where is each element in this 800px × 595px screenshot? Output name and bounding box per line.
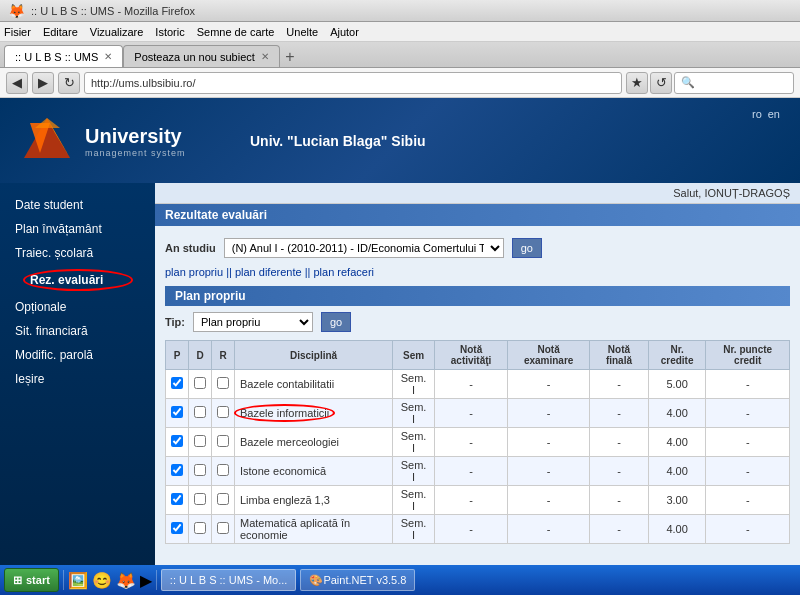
start-button[interactable]: ⊞ start bbox=[4, 568, 59, 592]
taskbar-task-ums[interactable]: :: U L B S :: UMS - Mo... bbox=[161, 569, 297, 591]
taskbar-icon-1[interactable]: 🖼️ bbox=[68, 571, 88, 590]
table-cell[interactable] bbox=[189, 457, 212, 486]
table-cell: - bbox=[706, 486, 790, 515]
logo-university: University bbox=[85, 124, 186, 148]
taskbar-icon-3[interactable]: 🦊 bbox=[116, 571, 136, 590]
tab-new-button[interactable]: + bbox=[280, 47, 300, 67]
back-button[interactable]: ◀ bbox=[6, 72, 28, 94]
menu-ajutor[interactable]: Ajutor bbox=[330, 26, 359, 38]
table-cell[interactable] bbox=[212, 399, 235, 428]
table-cell[interactable] bbox=[212, 428, 235, 457]
table-checkbox[interactable] bbox=[217, 464, 229, 476]
col-puncte: Nr. puncte credit bbox=[706, 341, 790, 370]
menu-vizualizare[interactable]: Vizualizare bbox=[90, 26, 144, 38]
tip-go-button[interactable]: go bbox=[321, 312, 351, 332]
tab-forum-close[interactable]: ✕ bbox=[261, 51, 269, 62]
table-cell: - bbox=[508, 399, 590, 428]
table-cell[interactable] bbox=[189, 370, 212, 399]
plan-propriu-link[interactable]: plan propriu bbox=[165, 266, 223, 278]
table-cell[interactable] bbox=[212, 515, 235, 544]
sidebar-item-traiec[interactable]: Traiec. școlară bbox=[0, 241, 155, 265]
reload-button[interactable]: ↻ bbox=[58, 72, 80, 94]
menu-unelte[interactable]: Unelte bbox=[286, 26, 318, 38]
table-cell: - bbox=[590, 457, 649, 486]
section-header: Rezultate evaluări bbox=[155, 204, 800, 226]
sidebar-item-modific-parola[interactable]: Modific. parolă bbox=[0, 343, 155, 367]
table-checkbox[interactable] bbox=[217, 493, 229, 505]
table-checkbox[interactable] bbox=[171, 377, 183, 389]
sidebar-item-optionale[interactable]: Opționale bbox=[0, 295, 155, 319]
lang-ro[interactable]: ro bbox=[752, 108, 762, 120]
table-cell[interactable] bbox=[189, 486, 212, 515]
taskbar-icon-2[interactable]: 😊 bbox=[92, 571, 112, 590]
taskbar-icons: 🖼️ 😊 🦊 ▶ bbox=[68, 571, 152, 590]
table-cell[interactable] bbox=[189, 399, 212, 428]
menu-editare[interactable]: Editare bbox=[43, 26, 78, 38]
table-cell[interactable] bbox=[212, 486, 235, 515]
table-checkbox[interactable] bbox=[194, 493, 206, 505]
table-cell[interactable] bbox=[166, 399, 189, 428]
refresh-btn[interactable]: ↺ bbox=[650, 72, 672, 94]
table-checkbox[interactable] bbox=[194, 522, 206, 534]
table-cell[interactable] bbox=[166, 486, 189, 515]
plan-refaceri-link[interactable]: plan refaceri bbox=[313, 266, 374, 278]
table-checkbox[interactable] bbox=[217, 435, 229, 447]
section-title: Rezultate evaluări bbox=[165, 208, 267, 222]
table-cell: 4.00 bbox=[648, 515, 706, 544]
table-checkbox[interactable] bbox=[217, 406, 229, 418]
sidebar-item-iesire[interactable]: Ieșire bbox=[0, 367, 155, 391]
forward-button[interactable]: ▶ bbox=[32, 72, 54, 94]
table-cell[interactable] bbox=[166, 428, 189, 457]
bookmark-star[interactable]: ★ bbox=[626, 72, 648, 94]
filter-select[interactable]: (N) Anul I - (2010-2011) - ID/Economia C… bbox=[224, 238, 504, 258]
table-cell: - bbox=[508, 370, 590, 399]
table-cell[interactable] bbox=[166, 515, 189, 544]
taskbar-icon-4[interactable]: ▶ bbox=[140, 571, 152, 590]
menu-istoric[interactable]: Istoric bbox=[155, 26, 184, 38]
table-cell: - bbox=[508, 457, 590, 486]
tip-select[interactable]: Plan propriu bbox=[193, 312, 313, 332]
table-cell: - bbox=[435, 486, 508, 515]
sidebar-item-sit-financiara[interactable]: Sit. financiară bbox=[0, 319, 155, 343]
browser-tabs: :: U L B S :: UMS ✕ Posteaza un nou subi… bbox=[0, 42, 800, 68]
sidebar-item-date-student[interactable]: Date student bbox=[0, 193, 155, 217]
table-checkbox[interactable] bbox=[171, 435, 183, 447]
sidebar-item-plan-invatamant[interactable]: Plan învățamânt bbox=[0, 217, 155, 241]
table-checkbox[interactable] bbox=[194, 435, 206, 447]
menu-fisier[interactable]: Fisier bbox=[4, 26, 31, 38]
taskbar-task-paint[interactable]: 🎨 Paint.NET v3.5.8 bbox=[300, 569, 415, 591]
table-cell[interactable] bbox=[166, 457, 189, 486]
address-bar[interactable]: http://ums.ulbsibiu.ro/ bbox=[84, 72, 622, 94]
table-checkbox[interactable] bbox=[194, 406, 206, 418]
table-checkbox[interactable] bbox=[171, 493, 183, 505]
table-cell: Limba engleză 1,3 bbox=[235, 486, 393, 515]
table-checkbox[interactable] bbox=[194, 377, 206, 389]
filter-row: An studiu (N) Anul I - (2010-2011) - ID/… bbox=[165, 238, 790, 258]
col-sem: Sem bbox=[393, 341, 435, 370]
table-cell[interactable] bbox=[189, 428, 212, 457]
table-cell[interactable] bbox=[212, 370, 235, 399]
table-checkbox[interactable] bbox=[171, 464, 183, 476]
search-bar[interactable]: 🔍 bbox=[674, 72, 794, 94]
menu-semne[interactable]: Semne de carte bbox=[197, 26, 275, 38]
table-cell: 4.00 bbox=[648, 428, 706, 457]
table-cell[interactable] bbox=[212, 457, 235, 486]
start-label: start bbox=[26, 574, 50, 586]
sidebar-item-rez-evaluari[interactable]: Rez. evaluări bbox=[15, 268, 140, 292]
table-checkbox[interactable] bbox=[194, 464, 206, 476]
taskbar-task-ums-label: :: U L B S :: UMS - Mo... bbox=[170, 574, 288, 586]
tab-forum[interactable]: Posteaza un nou subiect ✕ bbox=[123, 45, 279, 67]
table-checkbox[interactable] bbox=[217, 522, 229, 534]
filter-go-button[interactable]: go bbox=[512, 238, 542, 258]
table-cell[interactable] bbox=[189, 515, 212, 544]
table-checkbox[interactable] bbox=[171, 406, 183, 418]
table-checkbox[interactable] bbox=[217, 377, 229, 389]
tab-ums-close[interactable]: ✕ bbox=[104, 51, 112, 62]
table-cell[interactable] bbox=[166, 370, 189, 399]
tab-ums[interactable]: :: U L B S :: UMS ✕ bbox=[4, 45, 123, 67]
col-nota-act: Notă activităţi bbox=[435, 341, 508, 370]
lang-en[interactable]: en bbox=[768, 108, 780, 120]
table-cell: - bbox=[508, 428, 590, 457]
table-checkbox[interactable] bbox=[171, 522, 183, 534]
plan-diferente-link[interactable]: plan diferente bbox=[235, 266, 302, 278]
